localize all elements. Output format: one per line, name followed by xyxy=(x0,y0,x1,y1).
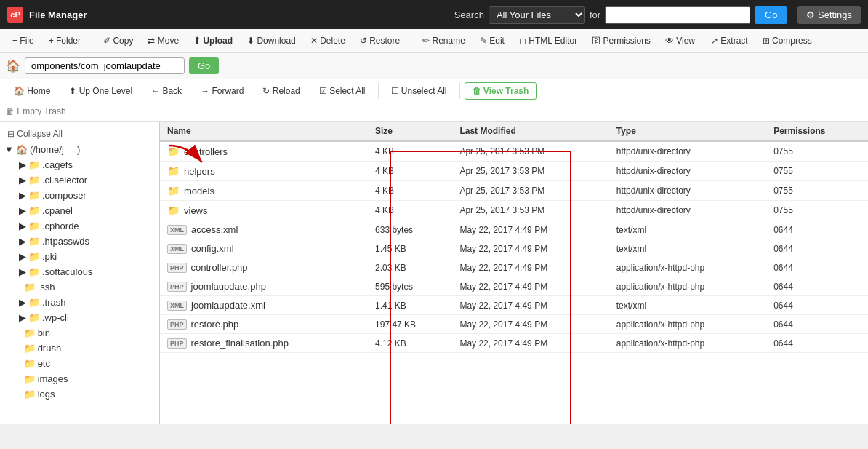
expand-icon: ▶ xyxy=(19,220,26,231)
empty-trash-button[interactable]: 🗑 Empty Trash xyxy=(6,106,66,116)
path-input[interactable] xyxy=(25,57,185,74)
tree-item-wp-cli[interactable]: ▶📁.wp-cli xyxy=(0,310,159,325)
cell-name: PHPcontroller.php xyxy=(160,258,368,277)
new-folder-button[interactable]: + Folder xyxy=(42,32,87,49)
cell-name: 📁controllers xyxy=(160,141,368,162)
expand-icon xyxy=(19,282,22,293)
label: .trash xyxy=(42,297,66,308)
tree-item-bin[interactable]: 📁bin xyxy=(0,325,159,341)
search-input[interactable] xyxy=(605,6,750,24)
table-row[interactable]: 📁helpers 4 KB Apr 25, 2017 3:53 PM httpd… xyxy=(160,162,868,181)
tree-item-drush[interactable]: 📁drush xyxy=(0,341,159,356)
file-table: Name Size Last Modified Type Permissions… xyxy=(160,122,868,353)
settings-button[interactable]: ⚙ Settings xyxy=(797,6,861,24)
cell-name: XMLconfig.xml xyxy=(160,239,368,258)
back-button[interactable]: ← Back xyxy=(143,82,190,100)
up-level-button[interactable]: ⬆ Up One Level xyxy=(61,82,140,100)
tree-item-ssh[interactable]: 📁.ssh xyxy=(0,279,159,295)
search-bar: Search All Your Files Current Directory … xyxy=(454,6,861,24)
main-content: ⊟ Collapse All ▼ 🏠 (/home/j ) ▶📁.cagefs … xyxy=(0,122,868,424)
expand-icon xyxy=(19,327,22,338)
table-row[interactable]: XMLconfig.xml 1.45 KB May 22, 2017 4:49 … xyxy=(160,239,868,258)
folder-icon: 📁 xyxy=(28,236,40,247)
table-row[interactable]: XMLjoomlaupdate.xml 1.41 KB May 22, 2017… xyxy=(160,296,868,315)
label: logs xyxy=(38,389,55,400)
table-row[interactable]: 📁models 4 KB Apr 25, 2017 3:53 PM httpd/… xyxy=(160,181,868,201)
tree-item-pki[interactable]: ▶📁.pki xyxy=(0,249,159,264)
cell-modified: May 22, 2017 4:49 PM xyxy=(452,220,608,239)
table-row[interactable]: 📁views 4 KB Apr 25, 2017 3:53 PM httpd/u… xyxy=(160,201,868,220)
folder-icon: 📁 xyxy=(24,389,36,400)
reload-button[interactable]: ↻ Reload xyxy=(254,82,308,100)
label: .cpanel xyxy=(42,205,73,216)
permissions-button[interactable]: ⚿ Permissions xyxy=(585,32,657,49)
cell-type: application/x-httpd-php xyxy=(609,315,766,334)
cell-permissions: 0755 xyxy=(766,162,868,181)
path-home-icon[interactable]: 🏠 xyxy=(6,59,20,73)
compress-button[interactable]: ⊞ Compress xyxy=(756,32,819,49)
cell-size: 2.03 KB xyxy=(368,258,452,277)
tree-item-images[interactable]: 📁images xyxy=(0,371,159,386)
collapse-all-button[interactable]: ⊟ Collapse All xyxy=(0,126,159,142)
tree-item-trash[interactable]: ▶📁.trash xyxy=(0,295,159,310)
view-button[interactable]: 👁 View xyxy=(659,32,702,49)
table-row[interactable]: PHPrestore_finalisation.php 4.12 KB May … xyxy=(160,334,868,353)
select-all-button[interactable]: ☑ Select All xyxy=(311,82,374,100)
tree-item-etc[interactable]: 📁etc xyxy=(0,356,159,371)
cell-size: 4 KB xyxy=(368,141,452,162)
edit-button[interactable]: ✎ Edit xyxy=(473,32,511,49)
nav-bar: 🏠 Home ⬆ Up One Level ← Back → Forward ↻… xyxy=(0,79,868,103)
cell-permissions: 0644 xyxy=(766,296,868,315)
move-button[interactable]: ⇄ Move xyxy=(141,32,185,49)
file-name: helpers xyxy=(184,166,215,177)
search-go-button[interactable]: Go xyxy=(755,6,787,24)
table-row[interactable]: PHPcontroller.php 2.03 KB May 22, 2017 4… xyxy=(160,258,868,277)
new-file-button[interactable]: + File xyxy=(6,32,41,49)
cell-modified: Apr 25, 2017 3:53 PM xyxy=(452,162,608,181)
forward-button[interactable]: → Forward xyxy=(193,82,252,100)
tree-item-cpanel[interactable]: ▶📁.cpanel xyxy=(0,203,159,218)
cell-size: 595 bytes xyxy=(368,277,452,296)
app-logo: cP File Manager xyxy=(7,7,87,23)
expand-icon xyxy=(19,343,22,354)
copy-button[interactable]: ✐ Copy xyxy=(97,32,140,49)
cell-size: 1.41 KB xyxy=(368,296,452,315)
upload-button[interactable]: ⬆ Upload xyxy=(187,32,239,49)
search-scope-select[interactable]: All Your Files Current Directory xyxy=(489,6,585,24)
extract-button[interactable]: ↗ Extract xyxy=(704,32,755,49)
unselect-all-button[interactable]: ☐ Unselect All xyxy=(383,82,455,100)
table-row[interactable]: 📁controllers 4 KB Apr 25, 2017 3:53 PM h… xyxy=(160,141,868,162)
expand-icon: ▶ xyxy=(19,297,26,308)
tree-item-cphorde[interactable]: ▶📁.cphorde xyxy=(0,218,159,234)
html-editor-button[interactable]: ◻ HTML Editor xyxy=(513,32,584,49)
tree-item-softaculous[interactable]: ▶📁.softaculous xyxy=(0,264,159,279)
file-name: joomlaupdate.xml xyxy=(191,300,265,311)
col-modified: Last Modified xyxy=(452,122,608,141)
label: .cphorde xyxy=(42,220,79,231)
cell-permissions: 0644 xyxy=(766,239,868,258)
download-button[interactable]: ⬇ Download xyxy=(241,32,302,49)
expand-icon: ▶ xyxy=(19,175,26,186)
cell-name: 📁views xyxy=(160,201,368,220)
home-nav-button[interactable]: 🏠 Home xyxy=(6,82,58,100)
tree-item-cl-selector[interactable]: ▶📁.cl.selector xyxy=(0,172,159,188)
table-row[interactable]: PHPjoomlaupdate.php 595 bytes May 22, 20… xyxy=(160,277,868,296)
view-trash-button[interactable]: 🗑 View Trash xyxy=(465,82,537,100)
expand-icon: ▶ xyxy=(19,236,26,247)
tree-item-root[interactable]: ▼ 🏠 (/home/j ) xyxy=(0,142,159,157)
table-row[interactable]: XMLaccess.xml 633 bytes May 22, 2017 4:4… xyxy=(160,220,868,239)
label: .cl.selector xyxy=(42,175,87,186)
nav-sep xyxy=(378,83,379,99)
table-row[interactable]: PHPrestore.php 197.47 KB May 22, 2017 4:… xyxy=(160,315,868,334)
tree-item-composer[interactable]: ▶📁.composer xyxy=(0,188,159,203)
cell-name: 📁models xyxy=(160,181,368,201)
path-go-button[interactable]: Go xyxy=(189,57,219,74)
restore-button[interactable]: ↺ Restore xyxy=(353,32,406,49)
folder-icon: 📁 xyxy=(24,282,36,293)
delete-button[interactable]: ✕ Delete xyxy=(304,32,352,49)
tree-item-htpasswds[interactable]: ▶📁.htpasswds xyxy=(0,234,159,249)
tree-item-logs[interactable]: 📁logs xyxy=(0,386,159,402)
cell-modified: Apr 25, 2017 3:53 PM xyxy=(452,181,608,201)
tree-item-cagefs[interactable]: ▶📁.cagefs xyxy=(0,157,159,172)
rename-button[interactable]: ✏ Rename xyxy=(416,32,472,49)
